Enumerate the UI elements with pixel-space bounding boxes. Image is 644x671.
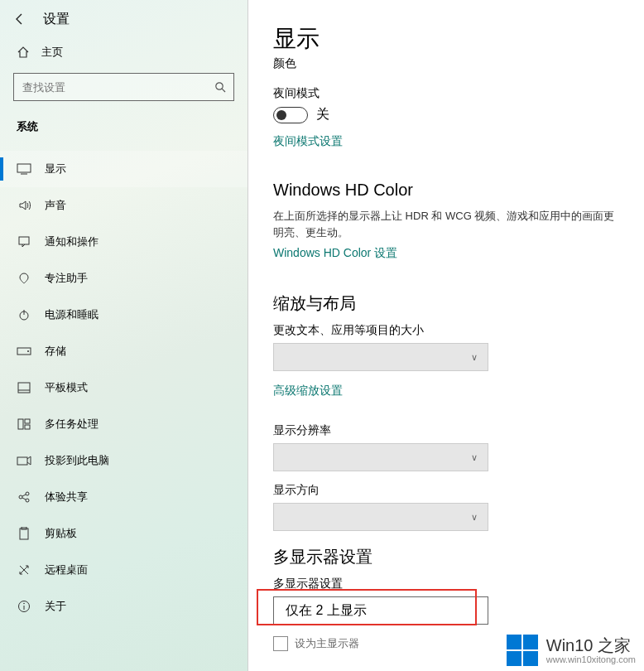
topbar-title: 设置 [43, 11, 70, 28]
nav-label: 显示 [45, 162, 66, 176]
multi-title: 多显示器设置 [273, 546, 619, 568]
nav-label: 多任务处理 [45, 417, 99, 432]
nav-item-share[interactable]: 体验共享 [0, 479, 248, 515]
focus-icon [17, 271, 31, 286]
sidebar: 设置 主页 系统 显示 声音 通知和操作 专注助手 [0, 0, 248, 671]
svg-point-8 [27, 350, 29, 352]
svg-rect-20 [20, 529, 28, 539]
nav-list: 显示 声音 通知和操作 专注助手 电源和睡眠 存储 平板模式 多任务处理 [0, 151, 248, 625]
multi-display-value: 仅在 2 上显示 [286, 602, 367, 620]
home-button[interactable]: 主页 [0, 38, 248, 66]
watermark-title: Win10 之家 [546, 636, 636, 654]
svg-point-26 [23, 603, 25, 605]
remote-icon [17, 562, 31, 577]
multi-label: 多显示器设置 [273, 577, 619, 591]
nav-label: 平板模式 [45, 380, 88, 395]
nav-item-clipboard[interactable]: 剪贴板 [0, 515, 248, 552]
nav-item-focus[interactable]: 专注助手 [0, 260, 248, 297]
watermark-url: www.win10xitong.com [546, 654, 636, 664]
nav-label: 体验共享 [45, 490, 88, 504]
night-mode-toggle[interactable] [273, 107, 308, 123]
orientation-label: 显示方向 [273, 483, 619, 498]
home-label: 主页 [41, 45, 63, 60]
svg-rect-13 [25, 425, 30, 429]
nav-item-tablet[interactable]: 平板模式 [0, 369, 248, 406]
power-icon [17, 307, 31, 322]
nav-item-multitask[interactable]: 多任务处理 [0, 406, 248, 442]
notify-icon [17, 234, 31, 249]
svg-point-15 [19, 495, 22, 499]
sound-icon [17, 198, 31, 213]
toggle-state: 关 [316, 106, 329, 123]
project-icon [17, 453, 31, 468]
nav-item-remote[interactable]: 远程桌面 [0, 552, 248, 588]
resolution-label: 显示分辨率 [273, 423, 619, 438]
nav-item-display[interactable]: 显示 [0, 151, 248, 187]
home-icon [17, 46, 30, 59]
night-mode-label: 夜间模式 [273, 86, 619, 101]
search-input[interactable] [13, 73, 234, 101]
nav-label: 远程桌面 [45, 562, 88, 577]
hdcolor-desc: 在上面所选择的显示器上让 HDR 和 WCG 视频、游戏和应用中的画面更明亮、更… [273, 208, 619, 240]
share-icon [17, 490, 31, 504]
nav-label: 存储 [45, 344, 66, 359]
multi-display-dropdown[interactable]: 仅在 2 上显示 [273, 596, 488, 625]
svg-point-17 [26, 499, 29, 502]
watermark: Win10 之家 www.win10xitong.com [507, 635, 644, 666]
display-icon [17, 162, 31, 176]
svg-rect-12 [25, 419, 30, 423]
main-content: 显示 颜色 夜间模式 关 夜间模式设置 Windows HD Color 在上面… [248, 0, 644, 671]
about-icon [17, 599, 31, 614]
nav-item-project[interactable]: 投影到此电脑 [0, 442, 248, 479]
multitask-icon [17, 417, 31, 432]
nav-label: 通知和操作 [45, 234, 99, 249]
nav-label: 关于 [45, 599, 66, 614]
chevron-down-icon: ∨ [471, 452, 478, 463]
page-title: 显示 [273, 23, 619, 55]
storage-icon [17, 344, 31, 359]
nav-label: 投影到此电脑 [45, 453, 109, 468]
scale-title: 缩放与布局 [273, 292, 619, 315]
hdcolor-title: Windows HD Color [273, 181, 619, 200]
windows-logo-icon [507, 635, 538, 666]
nav-label: 声音 [45, 198, 66, 213]
svg-line-19 [22, 498, 26, 500]
hdcolor-link[interactable]: Windows HD Color 设置 [273, 246, 397, 261]
topbar: 设置 [0, 0, 248, 38]
nav-item-power[interactable]: 电源和睡眠 [0, 297, 248, 333]
svg-point-16 [26, 492, 29, 495]
advanced-scale-link[interactable]: 高级缩放设置 [273, 384, 343, 398]
svg-rect-11 [18, 419, 23, 429]
night-mode-settings-link[interactable]: 夜间模式设置 [273, 134, 343, 149]
color-label: 颜色 [273, 56, 619, 71]
svg-rect-9 [18, 383, 30, 393]
clipboard-icon [17, 526, 31, 541]
scale-dropdown[interactable]: ∨ [273, 343, 488, 371]
search-icon [214, 81, 226, 93]
search-wrap [13, 73, 234, 101]
nav-item-notify[interactable]: 通知和操作 [0, 224, 248, 260]
svg-line-1 [222, 89, 225, 92]
primary-display-checkbox[interactable] [273, 636, 288, 651]
nav-label: 剪贴板 [45, 526, 77, 541]
chevron-down-icon: ∨ [471, 512, 478, 523]
svg-line-18 [22, 495, 26, 496]
tablet-icon [17, 380, 31, 395]
svg-rect-2 [17, 164, 31, 172]
chevron-down-icon: ∨ [471, 352, 478, 363]
resolution-dropdown[interactable]: ∨ [273, 443, 488, 471]
orientation-dropdown[interactable]: ∨ [273, 503, 488, 531]
svg-point-0 [216, 83, 223, 89]
scale-label: 更改文本、应用等项目的大小 [273, 323, 619, 338]
svg-rect-14 [17, 457, 27, 465]
nav-item-sound[interactable]: 声音 [0, 187, 248, 224]
svg-rect-4 [19, 237, 29, 244]
primary-display-label: 设为主显示器 [295, 636, 359, 651]
nav-label: 专注助手 [45, 271, 88, 286]
section-label: 系统 [0, 111, 248, 142]
back-button[interactable] [13, 12, 26, 26]
nav-item-about[interactable]: 关于 [0, 588, 248, 625]
nav-label: 电源和睡眠 [45, 307, 99, 322]
nav-item-storage[interactable]: 存储 [0, 333, 248, 369]
